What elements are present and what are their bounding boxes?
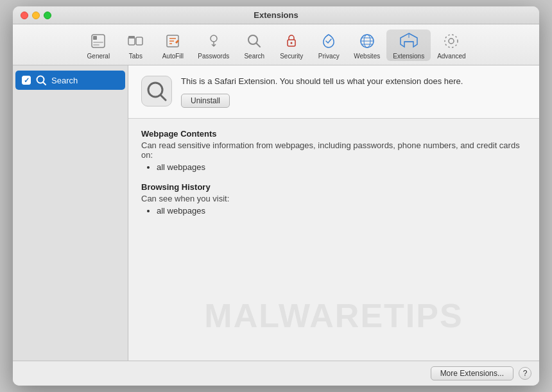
permission-desc-webpage: Can read sensitive information from webp…: [141, 141, 526, 160]
svg-rect-6: [128, 36, 135, 38]
svg-rect-5: [136, 37, 142, 45]
websites-icon: [357, 31, 377, 51]
extension-big-icon: [141, 76, 172, 107]
toolbar-item-extensions[interactable]: Extensions: [386, 30, 431, 61]
websites-label: Websites: [354, 53, 380, 60]
checkmark-icon: ✓: [24, 76, 30, 85]
minimize-button[interactable]: [32, 12, 40, 19]
svg-line-26: [160, 95, 166, 100]
main-window: Extensions General: [13, 6, 539, 386]
tabs-icon: [125, 31, 146, 51]
passwords-label: Passwords: [198, 53, 229, 60]
autofill-label: AutoFill: [162, 53, 184, 60]
sidebar-ext-icon: [35, 74, 47, 87]
sidebar-ext-label: Search: [51, 76, 78, 85]
permission-list-history: all webpages: [141, 206, 526, 216]
search-label: Search: [244, 53, 264, 60]
svg-rect-2: [93, 42, 103, 43]
extension-header: This is a Safari Extension. You should t…: [128, 65, 539, 119]
extension-header-text: This is a Safari Extension. You should t…: [181, 76, 526, 108]
svg-line-13: [257, 44, 261, 47]
maximize-button[interactable]: [44, 12, 51, 19]
extension-description: This is a Safari Extension. You should t…: [181, 76, 526, 87]
toolbar-item-security[interactable]: Security: [273, 30, 310, 61]
detail-panel: MALWARETIPS This is a Safari Extension. …: [128, 65, 539, 361]
toolbar-item-autofill[interactable]: AutoFill: [154, 30, 191, 61]
permission-title-history: Browsing History: [141, 182, 526, 192]
svg-point-21: [449, 38, 454, 44]
sidebar: ✓ Search: [13, 65, 128, 361]
toolbar: General Tabs: [13, 24, 539, 65]
toolbar-item-search[interactable]: Search: [236, 30, 273, 61]
permission-webpage-contents: Webpage Contents Can read sensitive info…: [141, 129, 526, 172]
general-label: General: [87, 53, 110, 60]
uninstall-button[interactable]: Uninstall: [181, 94, 230, 108]
autofill-icon: [162, 31, 183, 51]
security-label: Security: [280, 53, 303, 60]
more-extensions-button[interactable]: More Extensions...: [431, 366, 513, 380]
extensions-icon: [399, 31, 419, 51]
toolbar-item-passwords[interactable]: Passwords: [191, 30, 236, 61]
security-icon: [281, 31, 302, 51]
help-button[interactable]: ?: [519, 367, 531, 380]
tabs-label: Tabs: [129, 53, 142, 60]
svg-point-11: [211, 35, 217, 42]
svg-point-15: [291, 42, 293, 44]
passwords-icon: [203, 31, 224, 51]
traffic-lights: [21, 12, 51, 19]
privacy-label: Privacy: [318, 53, 340, 60]
toolbar-item-tabs[interactable]: Tabs: [117, 30, 154, 61]
list-item: all webpages: [157, 206, 526, 216]
toolbar-item-privacy[interactable]: Privacy: [310, 30, 347, 61]
advanced-label: Advanced: [437, 53, 465, 60]
svg-line-24: [43, 82, 46, 85]
svg-rect-1: [93, 36, 97, 40]
search-icon: [244, 31, 264, 51]
privacy-icon: [318, 31, 339, 51]
close-button[interactable]: [21, 12, 28, 19]
permission-title-webpage: Webpage Contents: [141, 129, 526, 139]
toolbar-item-general[interactable]: General: [80, 30, 117, 61]
titlebar: Extensions: [13, 6, 539, 24]
window-title: Extensions: [254, 10, 298, 20]
permissions-section: Webpage Contents Can read sensitive info…: [128, 119, 539, 361]
toolbar-item-advanced[interactable]: Advanced: [431, 30, 472, 61]
svg-rect-3: [93, 44, 99, 46]
permission-list-webpage: all webpages: [141, 162, 526, 172]
toolbar-item-websites[interactable]: Websites: [347, 30, 386, 61]
list-item: all webpages: [157, 162, 526, 172]
advanced-icon: [441, 31, 461, 51]
general-icon: [88, 31, 108, 51]
extensions-label: Extensions: [393, 53, 424, 60]
svg-point-22: [445, 35, 458, 47]
permission-browsing-history: Browsing History Can see when you visit:…: [141, 182, 526, 216]
permission-desc-history: Can see when you visit:: [141, 194, 526, 203]
main-content: ✓ Search MALWARETIPS: [13, 65, 539, 361]
sidebar-item-search-ext[interactable]: ✓ Search: [15, 71, 125, 90]
footer: More Extensions... ?: [13, 361, 539, 386]
extension-checkbox[interactable]: ✓: [22, 76, 31, 85]
